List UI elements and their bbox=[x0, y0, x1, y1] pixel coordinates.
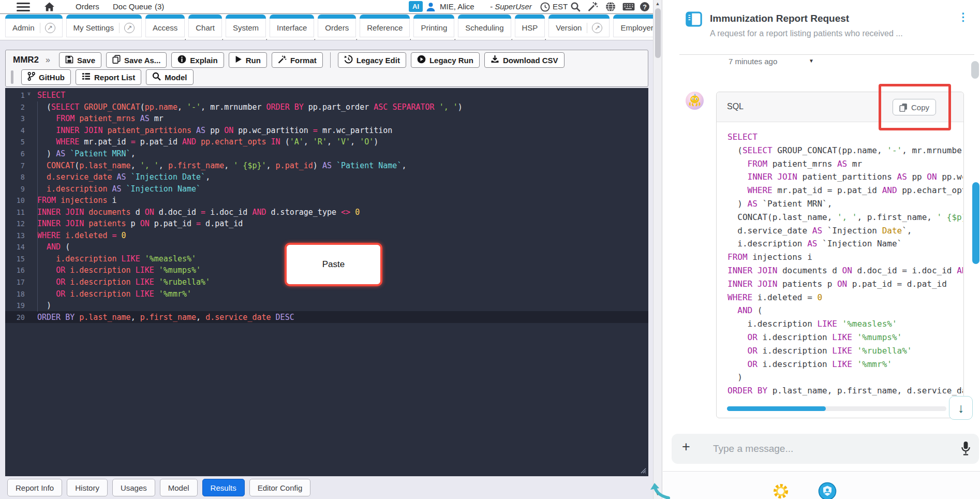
tab-body: Orders bbox=[318, 19, 356, 37]
sql-code-line: i.description AS `Injection Name` bbox=[727, 239, 963, 252]
scroll-to-bottom-button[interactable]: ↓ bbox=[949, 396, 973, 420]
explain-button[interactable]: Explain bbox=[171, 52, 224, 68]
keyboard-icon[interactable] bbox=[622, 3, 635, 11]
paste-button[interactable]: Paste bbox=[285, 243, 382, 286]
line-content: CONCAT(p.last_name, ', ', p.first_name, … bbox=[32, 161, 406, 170]
globe-icon[interactable] bbox=[605, 2, 616, 12]
nav-tab-system[interactable]: System bbox=[226, 14, 266, 40]
code-line[interactable]: 12INNER JOIN patients p ON p.pat_id = d.… bbox=[5, 218, 648, 230]
code-fold-icon[interactable]: ∨ bbox=[27, 91, 31, 96]
wand-icon[interactable] bbox=[587, 1, 598, 12]
hamburger-menu-icon[interactable] bbox=[17, 3, 30, 11]
attach-plus-button[interactable]: + bbox=[682, 440, 690, 454]
insert-to-editor-arrow-icon[interactable] bbox=[649, 482, 671, 499]
nav-tab-scheduling[interactable]: Scheduling bbox=[458, 14, 511, 40]
save-button[interactable]: Save bbox=[59, 52, 101, 68]
timestamp-caret-icon[interactable]: ▼ bbox=[809, 58, 814, 64]
expander-chevrons[interactable]: » bbox=[46, 55, 50, 65]
nav-tab-access[interactable]: Access bbox=[145, 14, 185, 40]
microphone-icon[interactable] bbox=[960, 441, 971, 456]
report-toolbar: MMR2 » SaveSave As...ExplainRunFormatLeg… bbox=[5, 50, 648, 87]
code-line[interactable]: 1SELECT bbox=[5, 90, 648, 101]
home-icon[interactable] bbox=[44, 2, 55, 12]
line-content: ) AS `Patient MRN`, bbox=[32, 149, 136, 158]
line-number: 15 bbox=[5, 255, 32, 263]
sun-flower-icon[interactable] bbox=[771, 482, 790, 499]
search-icon[interactable] bbox=[570, 2, 581, 12]
panel-toggle-icon[interactable] bbox=[686, 11, 702, 27]
nav-tab-orders[interactable]: Orders bbox=[318, 14, 356, 40]
code-line[interactable]: 18 OR i.description LIKE '%mmr%' bbox=[5, 288, 648, 300]
panel-scrollbar-top[interactable] bbox=[971, 61, 979, 79]
bottom-tab-report-info[interactable]: Report Info bbox=[7, 479, 62, 496]
nav-tab-printing[interactable]: Printing bbox=[413, 14, 454, 40]
nav-tab-version[interactable]: Version↗ bbox=[548, 14, 610, 40]
user-icon bbox=[426, 2, 436, 12]
code-line[interactable]: 9 i.description AS `Injection Name` bbox=[5, 183, 648, 195]
run-button[interactable]: Run bbox=[229, 52, 267, 68]
code-line[interactable]: 10FROM injections i bbox=[5, 195, 648, 207]
legacy-edit-button[interactable]: Legacy Edit bbox=[338, 52, 406, 68]
tab-label: Version bbox=[556, 23, 582, 32]
code-block-header: SQL Copy bbox=[717, 92, 963, 122]
code-line[interactable]: 4 INNER JOIN patient_partitions AS pp ON… bbox=[5, 125, 648, 137]
line-number: 9 bbox=[5, 185, 32, 193]
button-label: Save bbox=[77, 56, 95, 65]
tab-label: My Settings bbox=[73, 23, 114, 32]
bottom-tab-history[interactable]: History bbox=[67, 479, 108, 496]
nav-tab-chart[interactable]: Chart bbox=[188, 14, 222, 40]
scrollbar-thumb[interactable] bbox=[655, 8, 661, 58]
code-scrollbar-track[interactable] bbox=[727, 406, 946, 411]
help-icon[interactable]: ? bbox=[640, 2, 650, 12]
toolbar-drag-handle[interactable] bbox=[11, 70, 13, 84]
panel-scrollbar-thumb[interactable] bbox=[972, 182, 979, 264]
bottom-tab-model[interactable]: Model bbox=[160, 479, 198, 496]
nav-tab-interface[interactable]: Interface bbox=[270, 14, 314, 40]
github-button[interactable]: GitHub bbox=[21, 69, 71, 85]
tab-label: System bbox=[233, 23, 259, 32]
scroll-up-icon[interactable]: ▲ bbox=[654, 1, 662, 6]
assistant-logo-icon[interactable] bbox=[818, 482, 837, 499]
format-button[interactable]: Format bbox=[272, 52, 323, 68]
code-line[interactable]: 8 d.service_date AS `Injection Date`, bbox=[5, 171, 648, 183]
frame-scrollbar[interactable]: ▲ ▼ bbox=[653, 0, 662, 499]
code-line[interactable]: 3 FROM patient_mrns AS mr bbox=[5, 113, 648, 125]
code-line[interactable]: 19 ) bbox=[5, 300, 648, 312]
bottom-tab-usages[interactable]: Usages bbox=[112, 479, 155, 496]
download-csv-button[interactable]: Download CSV bbox=[484, 52, 565, 68]
bottom-tab-editor-config[interactable]: Editor Config bbox=[249, 479, 311, 496]
code-line[interactable]: 11INNER JOIN documents d ON d.doc_id = i… bbox=[5, 206, 648, 218]
nav-tab-hsp[interactable]: HSP bbox=[515, 14, 545, 40]
list-icon bbox=[82, 72, 91, 82]
nav-tab-admin[interactable]: Admin↗ bbox=[5, 14, 63, 40]
code-line[interactable]: 6 ) AS `Patient MRN`, bbox=[5, 148, 648, 160]
line-content: INNER JOIN documents d ON d.doc_id = i.d… bbox=[32, 208, 360, 217]
code-line[interactable]: 7 CONCAT(p.last_name, ', ', p.first_name… bbox=[5, 159, 648, 171]
sql-code-line: WHERE i.deleted = 0 bbox=[727, 292, 963, 306]
ai-badge[interactable]: AI bbox=[409, 1, 423, 12]
code-scrollbar-thumb[interactable] bbox=[727, 406, 826, 411]
code-line[interactable]: 2 (SELECT GROUP_CONCAT(pp.name, '-', mr.… bbox=[5, 101, 648, 113]
sql-message-card: SQL Copy SELECT (SELECT GROUP_CONCAT(pp.… bbox=[716, 92, 964, 418]
breadcrumb-orders[interactable]: Orders bbox=[76, 2, 99, 11]
timezone-label: EST bbox=[553, 2, 568, 11]
nav-tab-employer-organizations[interactable]: Employer Organizations↗ bbox=[613, 14, 653, 40]
top-bar: Orders Doc Queue (3) AI MIE, Alice - Sup… bbox=[0, 0, 653, 14]
report-list-button[interactable]: Report List bbox=[76, 69, 141, 85]
model-button[interactable]: Model bbox=[146, 69, 193, 85]
kebab-menu-icon[interactable]: ⋮ bbox=[958, 11, 969, 22]
code-line[interactable]: 20ORDER BY p.last_name, p.first_name, d.… bbox=[5, 311, 648, 323]
breadcrumb-doc-queue[interactable]: Doc Queue bbox=[113, 2, 152, 11]
tab-accent bbox=[226, 14, 266, 19]
legacy-run-button[interactable]: Legacy Run bbox=[411, 52, 480, 68]
save-as-button[interactable]: Save As... bbox=[106, 52, 167, 68]
tab-label: Interface bbox=[277, 23, 307, 32]
editor-resize-handle[interactable] bbox=[639, 466, 646, 474]
nav-tab-reference[interactable]: Reference bbox=[360, 14, 410, 40]
bottom-tab-results[interactable]: Results bbox=[202, 479, 245, 496]
copy-button[interactable]: Copy bbox=[893, 99, 936, 115]
message-input[interactable] bbox=[713, 440, 936, 458]
code-line[interactable]: 5 WHERE mr.pat_id = p.pat_id AND pp.echa… bbox=[5, 136, 648, 148]
code-line[interactable]: 13WHERE i.deleted = 0 bbox=[5, 230, 648, 242]
nav-tab-my-settings[interactable]: My Settings↗ bbox=[66, 14, 142, 40]
